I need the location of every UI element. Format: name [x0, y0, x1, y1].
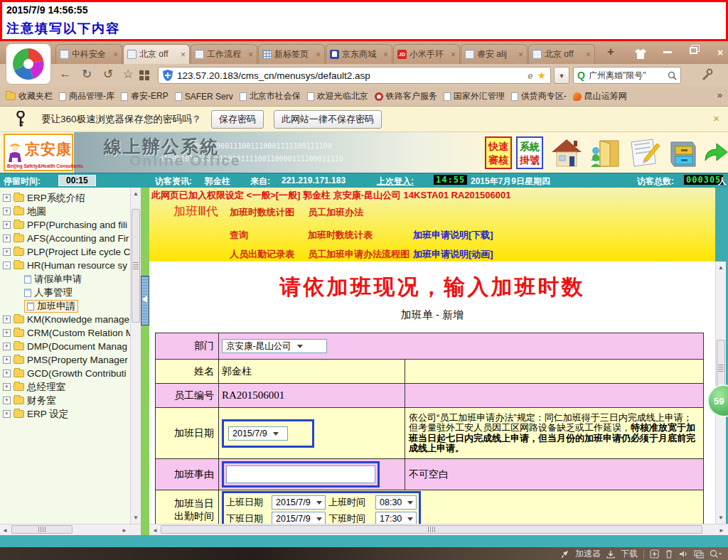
company-logo[interactable]: 京安康 Beijing Safety&Health Consultants	[4, 134, 73, 171]
tab-close-icon[interactable]: ×	[518, 50, 523, 60]
medkit-icon[interactable]	[650, 549, 659, 559]
tab-close-icon[interactable]: ×	[181, 50, 186, 60]
favorite-star-icon[interactable]: ☆	[119, 67, 136, 82]
link-overtime-table[interactable]: 加班时数统计表	[308, 229, 373, 242]
reload-icon[interactable]: ↻	[78, 67, 95, 82]
overtime-date-select[interactable]: 2015/7/9	[228, 426, 288, 441]
scroll-thumb[interactable]	[11, 525, 73, 534]
bookmark-folder[interactable]: 收藏夹栏	[6, 90, 53, 102]
expand-icon[interactable]: +	[3, 208, 11, 215]
tab-beijing-off-active[interactable]: 北京 off ×	[123, 44, 190, 64]
sidebar-item-pms[interactable]: +PMS(Property Manager	[0, 353, 128, 367]
link-flow-chart[interactable]: 员工加班申请办法流程图	[308, 248, 410, 261]
on-duty-date-select[interactable]: 2015/7/9	[272, 495, 326, 510]
expand-icon[interactable]: +	[3, 370, 11, 377]
tab-workflow[interactable]: 工作流程 ×	[191, 44, 257, 64]
expand-icon[interactable]: +	[3, 356, 11, 364]
download-label[interactable]: 下载	[621, 548, 638, 560]
apps-grid-icon[interactable]	[139, 70, 156, 80]
collapse-icon[interactable]: -	[3, 262, 11, 269]
home-icon[interactable]	[550, 138, 583, 168]
scroll-left-icon[interactable]: ◄	[1, 527, 9, 534]
sidebar-item-erp-settings[interactable]: +ERP 设定	[0, 407, 68, 421]
bookmark-item[interactable]: 国家外汇管理	[444, 90, 505, 102]
sidebar-hscrollbar[interactable]: ◄ ►	[0, 524, 141, 535]
link-manual-animation[interactable]: 加班申请说明[动画]	[413, 248, 493, 261]
link-overtime-chart[interactable]: 加班时数统计图	[230, 206, 294, 219]
search-box[interactable]: Q 广州离婚"限号"	[573, 67, 681, 84]
bookmark-item-12306[interactable]: 铁路客户服务	[375, 90, 437, 102]
zoom-menu-icon[interactable]	[710, 549, 722, 559]
bookmark-item-kunshan[interactable]: 昆山运筹网	[573, 90, 627, 102]
sidebar-vscrollbar[interactable]: ▲ ▼	[130, 188, 141, 524]
off-duty-time-select[interactable]: 17:30	[375, 512, 417, 524]
scroll-thumb[interactable]	[132, 209, 140, 323]
never-save-password-button[interactable]: 此网站一律不保存密码	[274, 110, 382, 129]
tab-close-icon[interactable]: ×	[316, 50, 321, 60]
expand-icon[interactable]: +	[3, 235, 11, 242]
notepad-icon[interactable]	[627, 138, 661, 168]
link-attendance-record[interactable]: 人员出勤记录表	[230, 248, 294, 261]
bookmark-item[interactable]: 供货商专区-	[511, 90, 567, 102]
bookmarks-overflow-icon[interactable]: »	[717, 90, 722, 100]
tab-beijing-off-2[interactable]: 北京 off ×	[528, 44, 595, 64]
back-icon[interactable]: ←	[57, 67, 74, 81]
sidebar-item-finance[interactable]: +财务室	[0, 394, 56, 407]
tab-zhongke[interactable]: 中科安全 ×	[55, 44, 122, 64]
link-overtime-rules[interactable]: 员工加班办法	[308, 206, 363, 219]
expand-icon[interactable]: +	[3, 383, 11, 391]
scroll-left-icon[interactable]: ◄	[151, 527, 159, 534]
bookmark-item[interactable]: SAFER Serv	[175, 92, 233, 102]
tab-newtab-page[interactable]: 新标签页 ×	[258, 44, 325, 64]
url-text[interactable]: 123.57.20.183/cms_cn/menusys/default2.as…	[177, 70, 523, 81]
tools-wrench-icon[interactable]	[700, 68, 713, 81]
sidebar-item-plp[interactable]: +PLP(Project Life cycle C	[0, 245, 130, 259]
download-icon[interactable]	[606, 550, 615, 559]
logout-arrow-icon[interactable]	[704, 142, 728, 163]
scroll-up-icon[interactable]: ▲	[131, 190, 141, 197]
close-button[interactable]: ×	[711, 47, 728, 58]
tab-jd-mall[interactable]: 京东商城 ×	[326, 44, 392, 64]
scroll-right-icon[interactable]: ►	[718, 527, 725, 534]
password-bar-close-icon[interactable]: ×	[713, 112, 719, 124]
undo-icon[interactable]: ↺	[100, 67, 117, 82]
bookmark-item[interactable]: 欢迎光临北京	[307, 90, 368, 102]
expand-icon[interactable]: +	[3, 221, 11, 229]
bookmark-item[interactable]: 北京市社会保	[240, 90, 301, 102]
tab-close-icon[interactable]: ×	[451, 50, 456, 60]
collapse-sidebar-handle[interactable]	[141, 276, 149, 325]
browser-logo[interactable]	[6, 43, 51, 85]
frame-splitter[interactable]	[141, 188, 149, 535]
theme-shirt-icon[interactable]	[631, 44, 650, 60]
system-register-button[interactable]: 系統 掛號	[516, 136, 543, 169]
link-manual-download[interactable]: 加班申请说明[下载]	[413, 229, 493, 242]
expand-icon[interactable]: +	[3, 316, 11, 323]
url-dropdown-button[interactable]: ▼	[554, 67, 569, 84]
save-password-button[interactable]: 保存密码	[211, 110, 264, 129]
expand-icon[interactable]: +	[3, 410, 11, 418]
department-select[interactable]: 京安康-昆山公司	[222, 339, 327, 353]
content-hscrollbar[interactable]: ◄ ►	[149, 524, 728, 535]
sidebar-item-crm[interactable]: +CRM(Custom Relation M	[0, 326, 130, 340]
expand-icon[interactable]: +	[3, 248, 11, 256]
sidebar-item-gcd[interactable]: +GCD(Growth Contributi	[0, 367, 127, 380]
sidebar-item-km[interactable]: +KM(Knowledge manage	[0, 313, 129, 326]
accelerator-label[interactable]: 加速器	[575, 548, 601, 560]
sidebar-item-erp-intro[interactable]: +ERP系统介绍	[0, 191, 85, 205]
off-duty-date-select[interactable]: 2015/7/9	[272, 512, 326, 524]
speaker-icon[interactable]	[679, 549, 688, 559]
scroll-right-icon[interactable]: ►	[121, 527, 128, 534]
minimize-button[interactable]	[658, 44, 677, 55]
tab-mi-band[interactable]: JD 小米手环 ×	[393, 44, 460, 64]
on-duty-time-select[interactable]: 08:30	[375, 495, 417, 510]
scroll-up-icon[interactable]: ▲	[716, 264, 726, 271]
staff-folder-icon[interactable]	[589, 138, 621, 168]
search-icon[interactable]	[668, 71, 677, 80]
bookmark-item[interactable]: 睿安-ERP	[121, 90, 168, 102]
bookmark-item[interactable]: 商品管理-库	[59, 90, 114, 102]
trash-icon[interactable]	[665, 549, 673, 559]
sidebar-item-leave-request[interactable]: 请假单申请	[0, 272, 82, 286]
screenshot-icon[interactable]	[694, 550, 704, 559]
sidebar-item-hr-mgmt[interactable]: 人事管理	[0, 286, 73, 299]
tab-close-icon[interactable]: ×	[383, 50, 388, 60]
